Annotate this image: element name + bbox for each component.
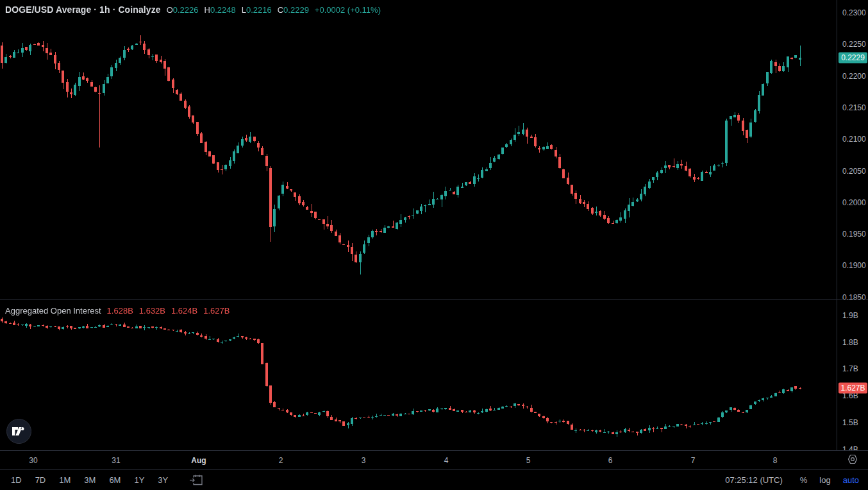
price-axis-label: 0.2300 [842, 8, 866, 17]
ohlc-low: L0.2216 [242, 5, 272, 15]
range-3m-button[interactable]: 3M [82, 475, 97, 486]
time-axis-label: 5 [526, 456, 531, 465]
range-7d-button[interactable]: 7D [33, 475, 48, 486]
price-axis[interactable]: 0.2229 1.627B 0.23000.22500.22000.21500.… [837, 0, 868, 450]
bottom-toolbar: 1D 7D 1M 3M 6M 1Y 3Y 07:25:12 (UTC) % lo… [0, 469, 868, 490]
range-3y-button[interactable]: 3Y [156, 475, 170, 486]
oi-axis-label: 1.7B [842, 364, 858, 373]
time-axis-label: 7 [691, 456, 696, 465]
candlestick-chart-canvas[interactable] [0, 0, 837, 450]
go-to-date-icon[interactable] [188, 473, 204, 487]
range-1y-button[interactable]: 1Y [132, 475, 146, 486]
oi-low: 1.624B [171, 306, 197, 316]
symbol-header: DOGE/USD Average · 1h · Coinalyze O0.222… [5, 4, 381, 15]
percent-scale-button[interactable]: % [800, 475, 808, 485]
tradingview-logo[interactable] [6, 419, 31, 444]
price-axis-label: 0.1950 [842, 230, 866, 239]
price-axis-label: 0.2200 [842, 72, 866, 81]
time-axis-label: 31 [112, 456, 120, 465]
price-axis-label: 0.1850 [842, 293, 866, 302]
price-change: +0.0002 (+0.11%) [315, 5, 381, 15]
oi-axis-label: 1.8B [842, 338, 858, 347]
oi-high: 1.632B [139, 306, 165, 316]
ohlc-high: H0.2248 [204, 5, 236, 15]
price-axis-label: 0.2100 [842, 135, 866, 144]
toolbar-right: 07:25:12 (UTC) % log auto [725, 475, 859, 485]
oi-open: 1.628B [107, 306, 133, 316]
oi-close: 1.627B [203, 306, 230, 316]
time-axis-label: 30 [29, 456, 37, 465]
trading-chart-app: DOGE/USD Average · 1h · Coinalyze O0.222… [0, 0, 868, 490]
oi-axis-label: 1.4B [842, 445, 858, 451]
symbol-title: DOGE/USD Average · 1h · Coinalyze [5, 4, 161, 15]
time-axis-label: 8 [773, 456, 778, 465]
oi-axis-label: 1.9B [842, 311, 858, 320]
range-buttons: 1D 7D 1M 3M 6M 1Y 3Y [9, 473, 204, 487]
time-axis-label: 4 [444, 456, 449, 465]
current-oi-label: 1.627B [839, 382, 867, 393]
pane-divider[interactable] [0, 299, 868, 300]
time-axis[interactable]: 3031Aug2345678 [0, 451, 837, 469]
time-axis-label: 6 [608, 456, 613, 465]
price-axis-label: 0.2050 [842, 167, 866, 176]
timezone-clock[interactable]: 07:25:12 (UTC) [725, 475, 783, 485]
time-axis-label: 3 [362, 456, 366, 465]
range-1m-button[interactable]: 1M [57, 475, 72, 486]
oi-header: Aggregated Open Interest 1.628B 1.632B 1… [5, 306, 230, 316]
ohlc-open: O0.2226 [167, 5, 199, 15]
time-axis-label: 2 [279, 456, 283, 465]
price-axis-label: 0.2000 [842, 198, 866, 207]
axis-settings-gear-icon[interactable] [846, 453, 859, 466]
price-axis-label: 0.2150 [842, 103, 866, 112]
range-1d-button[interactable]: 1D [9, 475, 24, 486]
oi-axis-label: 1.5B [842, 418, 858, 427]
log-scale-button[interactable]: log [819, 475, 830, 485]
oi-title: Aggregated Open Interest [5, 306, 101, 316]
price-axis-label: 0.2250 [842, 40, 866, 49]
current-price-label: 0.2229 [839, 53, 867, 63]
ohlc-close: C0.2229 [278, 5, 309, 15]
time-axis-label: Aug [191, 456, 206, 465]
price-axis-label: 0.1900 [842, 261, 866, 270]
time-axis-divider [0, 450, 868, 451]
range-6m-button[interactable]: 6M [107, 475, 122, 486]
auto-scale-button[interactable]: auto [843, 475, 859, 485]
